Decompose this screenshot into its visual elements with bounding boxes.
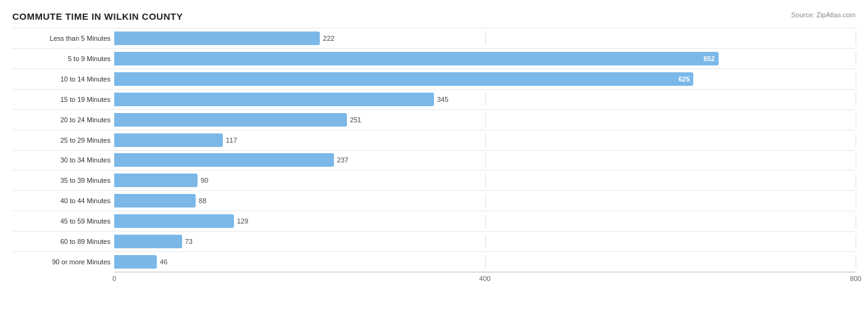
bar-row: 45 to 59 Minutes129 xyxy=(12,211,856,231)
bar-row: 5 to 9 Minutes652 xyxy=(12,48,856,69)
grid-line xyxy=(856,153,856,167)
bar-fill xyxy=(114,255,157,269)
bar-row: 60 to 89 Minutes73 xyxy=(12,231,856,251)
bar-row: 25 to 29 Minutes117 xyxy=(12,130,856,150)
bar-track: 117 xyxy=(114,133,856,147)
bar-label: 10 to 14 Minutes xyxy=(12,75,114,83)
bar-label: 15 to 19 Minutes xyxy=(12,96,114,103)
grid-line xyxy=(856,93,856,106)
grid-line xyxy=(485,214,486,228)
bar-track: 652 xyxy=(114,52,856,65)
bar-label: 5 to 9 Minutes xyxy=(12,55,114,62)
source-label: Source: ZipAtlas.com xyxy=(791,11,856,19)
grid-line xyxy=(856,52,856,65)
bar-value: 117 xyxy=(226,136,237,144)
grid-line xyxy=(856,194,856,208)
bar-track: 625 xyxy=(114,72,856,86)
bar-fill xyxy=(114,31,320,45)
bar-track: 222 xyxy=(114,31,856,45)
bar-value: 73 xyxy=(185,238,193,245)
bar-label: 40 to 44 Minutes xyxy=(12,197,114,204)
grid-line xyxy=(485,93,486,106)
grid-line xyxy=(856,72,856,86)
bar-fill xyxy=(114,93,434,106)
bar-fill xyxy=(114,194,196,208)
bar-row: 15 to 19 Minutes345 xyxy=(12,89,856,109)
bar-fill xyxy=(114,133,223,147)
grid-line xyxy=(485,31,486,45)
grid-line xyxy=(856,235,856,248)
bar-value-inside: 625 xyxy=(678,75,690,83)
x-tick: 800 xyxy=(850,275,861,282)
bar-row: 20 to 24 Minutes251 xyxy=(12,109,856,130)
bar-fill xyxy=(114,214,234,228)
bar-fill xyxy=(114,113,347,127)
bar-row: 40 to 44 Minutes88 xyxy=(12,190,856,211)
bar-track: 345 xyxy=(114,93,856,106)
bar-fill xyxy=(114,235,182,248)
bar-track: 73 xyxy=(114,235,856,248)
x-tick: 400 xyxy=(479,275,490,282)
grid-line xyxy=(485,235,486,248)
bar-label: 20 to 24 Minutes xyxy=(12,116,114,124)
grid-line xyxy=(485,133,486,147)
bar-track: 46 xyxy=(114,255,856,269)
bar-row: 10 to 14 Minutes625 xyxy=(12,69,856,89)
x-axis: 0400800 xyxy=(114,272,856,284)
bar-track: 88 xyxy=(114,194,856,208)
bar-value: 237 xyxy=(337,156,348,164)
grid-line xyxy=(856,214,856,228)
bar-value-inside: 652 xyxy=(703,55,714,62)
grid-line xyxy=(856,31,856,45)
grid-line xyxy=(856,113,856,127)
bar-fill: 625 xyxy=(114,72,693,86)
bar-label: 30 to 34 Minutes xyxy=(12,156,114,164)
bar-row: 30 to 34 Minutes237 xyxy=(12,150,856,170)
bar-track: 237 xyxy=(114,153,856,167)
bar-row: 35 to 39 Minutes90 xyxy=(12,170,856,190)
chart-title: COMMUTE TIME IN WILKIN COUNTY xyxy=(12,11,856,22)
bar-fill xyxy=(114,174,198,187)
bar-value: 345 xyxy=(437,96,448,103)
chart-container: COMMUTE TIME IN WILKIN COUNTY Source: Zi… xyxy=(0,0,868,323)
grid-line xyxy=(485,113,486,127)
grid-line xyxy=(856,255,856,269)
bar-track: 251 xyxy=(114,113,856,127)
bar-track: 90 xyxy=(114,174,856,187)
bar-value: 251 xyxy=(350,116,361,124)
bar-label: Less than 5 Minutes xyxy=(12,35,114,42)
bar-label: 25 to 29 Minutes xyxy=(12,136,114,144)
bar-fill: 652 xyxy=(114,52,719,65)
bar-fill xyxy=(114,153,334,167)
grid-line xyxy=(485,153,486,167)
bar-label: 35 to 39 Minutes xyxy=(12,177,114,184)
bar-row: Less than 5 Minutes222 xyxy=(12,28,856,48)
bar-track: 129 xyxy=(114,214,856,228)
bar-label: 45 to 59 Minutes xyxy=(12,217,114,225)
bar-value: 222 xyxy=(323,35,334,42)
bar-value: 46 xyxy=(160,258,167,266)
grid-line xyxy=(485,255,486,269)
bar-value: 129 xyxy=(237,217,248,225)
grid-line xyxy=(485,194,486,208)
bar-label: 90 or more Minutes xyxy=(12,258,114,266)
x-tick: 0 xyxy=(112,275,116,282)
grid-line xyxy=(856,133,856,147)
grid-line xyxy=(485,174,486,187)
bar-label: 60 to 89 Minutes xyxy=(12,238,114,245)
bar-value: 88 xyxy=(199,197,206,204)
chart-area: Less than 5 Minutes2225 to 9 Minutes6521… xyxy=(12,28,856,284)
bar-value: 90 xyxy=(201,177,208,184)
grid-line xyxy=(856,174,856,187)
bar-row: 90 or more Minutes46 xyxy=(12,251,856,272)
